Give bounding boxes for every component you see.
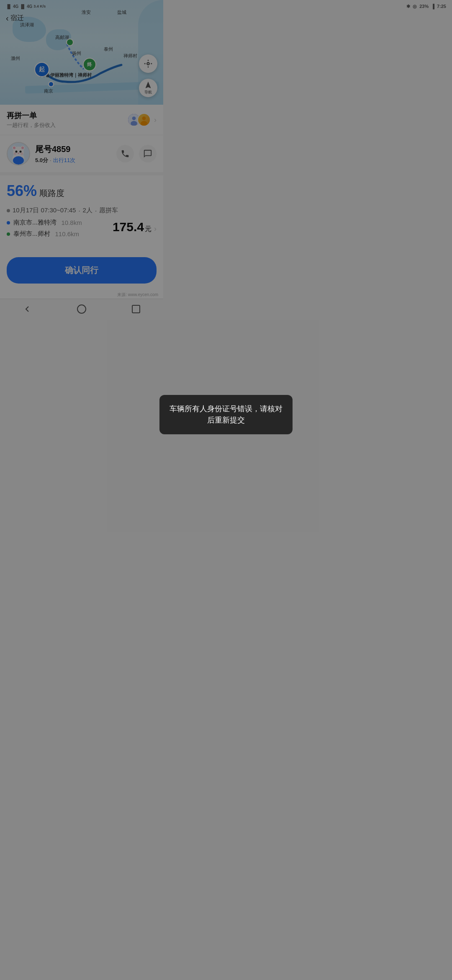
status-left: ▐▌ 4G ▐▌ 4G 3.4 K/s xyxy=(6,4,46,9)
toast-overlay[interactable]: 车辆所有人身份证号错误，请核对后重新提交 xyxy=(0,0,163,353)
signal-icons: ▐▌ 4G ▐▌ 4G xyxy=(6,4,32,9)
network-speed: 3.4 K/s xyxy=(33,4,46,8)
status-bar: ▐▌ 4G ▐▌ 4G 3.4 K/s ✱ ◎ 23% ▐ 7:25 xyxy=(0,0,163,12)
